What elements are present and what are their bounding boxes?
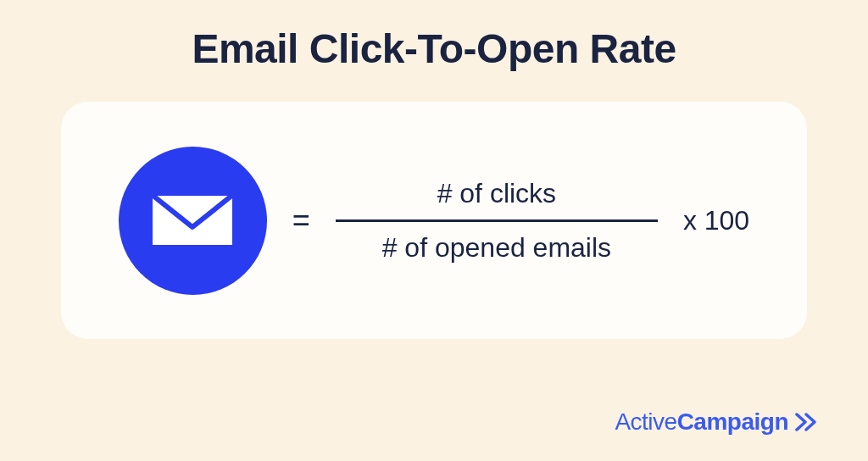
email-icon <box>146 186 239 254</box>
fraction-numerator: # of clicks <box>437 178 556 209</box>
formula-card: = # of clicks # of opened emails x 100 <box>61 102 807 339</box>
brand-arrow-icon <box>795 412 817 432</box>
fraction: # of clicks # of opened emails <box>336 178 658 264</box>
brand-logo: ActiveCampaign <box>615 408 817 436</box>
email-icon-circle <box>119 147 267 295</box>
fraction-line <box>336 219 658 222</box>
equals-sign: = <box>292 203 310 238</box>
brand-name: ActiveCampaign <box>615 408 788 436</box>
brand-name-part1: Active <box>615 408 676 435</box>
multiply-suffix: x 100 <box>683 205 749 236</box>
page-title: Email Click-To-Open Rate <box>192 25 676 72</box>
brand-name-part2: Campaign <box>677 408 788 435</box>
fraction-denominator: # of opened emails <box>382 232 611 264</box>
